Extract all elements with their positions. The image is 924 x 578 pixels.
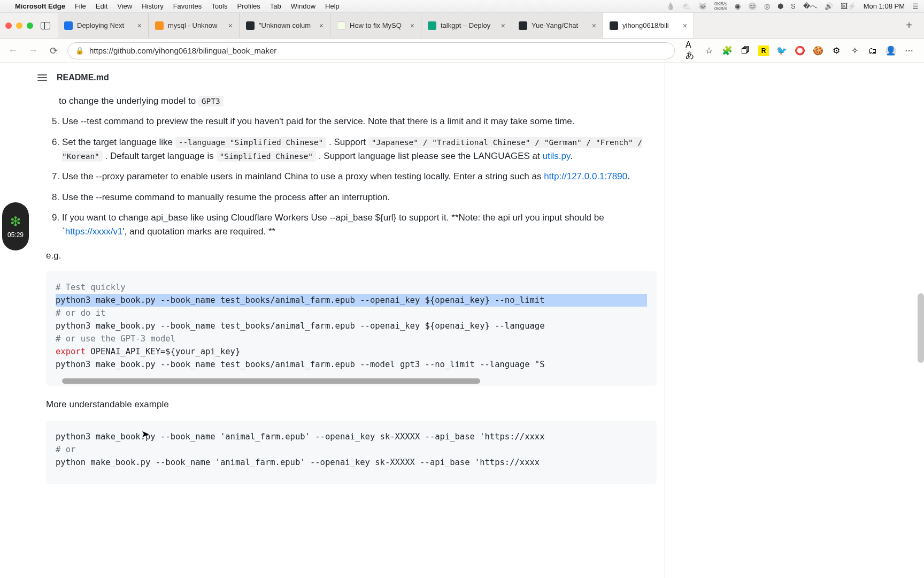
link[interactable]: utils.py [542, 151, 570, 161]
list-item: Set the target language like --language … [62, 135, 657, 164]
favicon-icon [337, 21, 345, 30]
status-icon[interactable]: ⛅ [682, 2, 691, 10]
close-tab-icon[interactable]: × [319, 21, 324, 30]
tab-title: yihong0618/bili [622, 21, 679, 29]
favicon-icon [610, 21, 618, 30]
browser-tab[interactable]: How to fix MySQ × [330, 13, 421, 38]
status-icon[interactable]: S [791, 2, 796, 10]
menu-window[interactable]: Window [291, 2, 315, 10]
extension-icon[interactable]: 🐦 [776, 45, 787, 56]
favicon-icon [519, 21, 527, 30]
extension-icon[interactable]: ⚙ [831, 45, 842, 56]
link[interactable]: http://127.0.0.1:7890 [544, 171, 627, 181]
browser-tab[interactable]: "Unknown colum × [240, 13, 330, 38]
readme-filename: README.md [57, 73, 109, 82]
status-icon[interactable]: 💧 [666, 2, 675, 10]
reload-button[interactable]: ⟳ [47, 44, 60, 57]
reader-icon[interactable]: Aあ [686, 45, 696, 56]
extension-icon[interactable]: ⭕ [795, 45, 805, 56]
status-icon[interactable]: ◎ [764, 2, 770, 10]
status-icon[interactable]: 🐱 [698, 2, 707, 10]
close-window-button[interactable] [5, 22, 12, 29]
browser-tab[interactable]: Deploying Next × [58, 13, 149, 38]
favicon-icon [155, 21, 164, 30]
readme-content: to change the underlying model to GPT3 U… [46, 94, 657, 496]
close-tab-icon[interactable]: × [683, 21, 687, 30]
favorite-icon[interactable]: ☆ [704, 45, 714, 56]
menu-favorites[interactable]: Favorites [173, 2, 202, 10]
extension-icon[interactable]: 🗍 [740, 45, 751, 56]
favicon-icon [428, 21, 436, 30]
address-bar[interactable]: 🔒 https://github.com/yihong0618/bilingua… [67, 42, 675, 59]
browser-tab[interactable]: yihong0618/bili × [603, 13, 694, 38]
list-item: Use --test command to preview the result… [62, 115, 657, 128]
browser-toolbar: ← → ⟳ 🔒 https://github.com/yihong0618/bi… [0, 39, 924, 63]
close-tab-icon[interactable]: × [592, 21, 596, 30]
list-item: Use the --resume command to manually res… [62, 191, 657, 204]
list-item: to change the underlying model to GPT3 [59, 94, 657, 108]
browser-tab[interactable]: Yue-Yang/Chat × [512, 13, 603, 38]
menu-history[interactable]: History [142, 2, 163, 10]
link[interactable]: https://xxxx/v1 [65, 226, 123, 237]
back-button[interactable]: ← [6, 44, 19, 57]
toolbar-extensions: Aあ ☆ 🧩 🗍 R 🐦 ⭕ 🍪 ⚙ ✧ 🗂 👤 ⋯ [682, 45, 918, 56]
maximize-window-button[interactable] [27, 22, 33, 29]
close-tab-icon[interactable]: × [410, 21, 414, 30]
forward-button[interactable]: → [27, 44, 40, 57]
menu-profiles[interactable]: Profiles [237, 2, 260, 10]
extension-icon[interactable]: 🍪 [813, 45, 823, 56]
overflow-menu-icon[interactable]: ⋯ [904, 45, 914, 56]
timer-value: 05:29 [7, 231, 24, 239]
favorites-icon[interactable]: ✧ [849, 45, 860, 56]
menu-help[interactable]: Help [325, 2, 340, 10]
extension-icon[interactable]: 🧩 [722, 45, 733, 56]
inline-code: --language "Simplified Chinese" [175, 137, 327, 148]
browser-tabstrip: Deploying Next × mysql - Unknow × "Unkno… [0, 13, 924, 39]
volume-icon[interactable]: 🔊 [825, 2, 833, 10]
menu-file[interactable]: File [75, 2, 86, 10]
browser-tab[interactable]: talkgpt – Deploy × [421, 13, 512, 38]
code-block[interactable]: # Test quickly python3 make_book.py --bo… [46, 271, 657, 386]
battery-icon[interactable]: 🖾⚡ [841, 2, 856, 10]
close-tab-icon[interactable]: × [228, 21, 233, 30]
menu-tools[interactable]: Tools [211, 2, 227, 10]
horizontal-scrollbar[interactable] [62, 378, 480, 384]
tab-title: Deploying Next [77, 21, 133, 29]
status-icon[interactable]: 😊 [748, 2, 757, 10]
right-rail [665, 63, 924, 578]
leaf-icon: ❇ [10, 214, 21, 229]
inline-code: GPT3 [198, 96, 224, 107]
status-icon[interactable]: ⬢ [777, 2, 783, 10]
minimize-window-button[interactable] [16, 22, 22, 29]
close-tab-icon[interactable]: × [501, 21, 505, 30]
timer-widget[interactable]: ❇ 05:29 [2, 202, 29, 250]
tab-title: How to fix MySQ [350, 21, 406, 29]
traffic-lights [5, 22, 33, 29]
page-viewport: README.md to change the underlying model… [0, 63, 924, 578]
lock-icon[interactable]: 🔒 [75, 47, 84, 55]
status-icon[interactable]: ◉ [735, 2, 741, 10]
menu-view[interactable]: View [117, 2, 132, 10]
toc-icon[interactable] [37, 74, 47, 81]
code-block[interactable]: python3 make_book.py --book_name 'animal… [46, 421, 657, 484]
menu-tab[interactable]: Tab [270, 2, 281, 10]
favicon-icon [246, 21, 255, 30]
control-center-icon[interactable]: ☰ [912, 2, 919, 10]
paragraph: e.g. [46, 249, 657, 263]
mac-menubar: Microsoft Edge File Edit View History Fa… [0, 0, 924, 13]
browser-tab[interactable]: mysql - Unknow × [149, 13, 240, 38]
vertical-scrollbar[interactable] [918, 293, 924, 363]
clock[interactable]: Mon 1:08 PM [864, 2, 905, 10]
extension-icon[interactable]: R [758, 45, 769, 56]
menu-edit[interactable]: Edit [96, 2, 107, 10]
close-tab-icon[interactable]: × [137, 21, 142, 30]
app-name[interactable]: Microsoft Edge [15, 2, 65, 10]
new-tab-button[interactable]: + [899, 19, 919, 32]
wifi-icon[interactable]: �へ [803, 2, 817, 11]
tabs-sidebar-icon[interactable] [41, 22, 50, 29]
url-text: https://github.com/yihong0618/bilingual_… [89, 46, 276, 55]
collections-icon[interactable]: 🗂 [867, 45, 878, 56]
list-item: Use the --proxy parameter to enable user… [62, 170, 657, 184]
profile-avatar[interactable]: 👤 [886, 45, 896, 56]
tab-title: mysql - Unknow [168, 21, 224, 29]
